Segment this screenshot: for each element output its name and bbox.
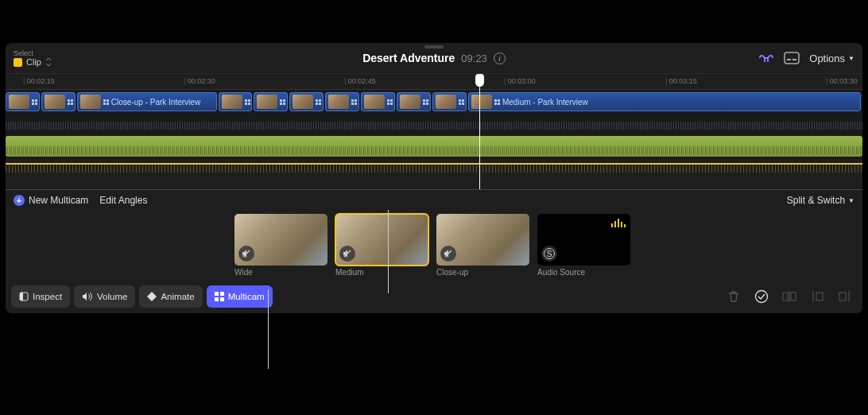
multicam-grid-icon [103, 99, 109, 105]
timeline-clip[interactable]: Cl [397, 92, 431, 111]
multicam-button[interactable]: Multicam [207, 285, 273, 308]
split-button[interactable] [777, 285, 801, 308]
timeline-ruler[interactable]: | 00:02:15| 00:02:30| 00:02:45| 00:03:00… [6, 74, 862, 90]
clip-thumbnail [293, 95, 313, 109]
svg-rect-13 [783, 293, 788, 301]
keyframe-icon [147, 292, 157, 301]
angle-thumbnail[interactable] [335, 214, 428, 266]
angle-thumbnail[interactable] [436, 214, 529, 266]
multicam-grid-icon [423, 99, 428, 105]
inspector-icon [19, 292, 29, 301]
ruler-tick: | 00:02:30 [184, 77, 215, 85]
clip-color-swatch [14, 58, 22, 67]
timeline-clip[interactable]: W [219, 92, 253, 111]
ruler-tick: | 00:03:30 [826, 77, 858, 85]
svg-rect-16 [816, 293, 823, 301]
clip-thumbnail [45, 95, 65, 109]
svg-rect-8 [215, 292, 219, 296]
multicam-angle: Medium [335, 214, 428, 277]
multicam-panel: + New Multicam Edit Angles Split & Switc… [6, 189, 862, 313]
project-title: Desert Adventure [362, 52, 455, 64]
clip-thumbnail [364, 95, 385, 109]
mute-icon [440, 246, 456, 262]
svg-rect-1 [787, 59, 791, 60]
select-label: Select [14, 49, 52, 57]
source-icon: S [541, 246, 557, 262]
checkmark-circle-icon [754, 289, 769, 304]
angle-thumbnail[interactable] [234, 214, 327, 266]
mute-icon [238, 246, 254, 262]
multicam-grid-icon [316, 99, 321, 105]
new-multicam-button[interactable]: + New Multicam [14, 195, 88, 206]
approve-button[interactable] [750, 285, 773, 308]
angle-label: Medium [335, 268, 428, 277]
clip-thumbnail [328, 95, 349, 109]
clip-selector[interactable]: Clip [14, 57, 52, 67]
animate-button[interactable]: Animate [139, 285, 202, 308]
captions-icon[interactable] [784, 52, 800, 64]
angle-thumbnail[interactable]: S [537, 214, 630, 266]
angle-label: Close-up [436, 268, 529, 277]
chevron-down-icon: ▼ [848, 197, 854, 204]
svg-rect-18 [839, 293, 846, 301]
multicam-grid-icon [459, 99, 464, 105]
up-down-chevron-icon [45, 58, 52, 66]
callout-line-angle [388, 210, 389, 293]
svg-rect-7 [20, 293, 23, 301]
clip-thumbnail [80, 95, 101, 109]
drag-handle[interactable] [424, 45, 444, 48]
multicam-angle: Wide [234, 214, 327, 277]
trim-start-button[interactable] [805, 285, 829, 308]
inspect-button[interactable]: Inspect [11, 285, 70, 308]
svg-rect-2 [792, 59, 796, 60]
timeline-clip[interactable]: Medium - Park Interview [468, 92, 861, 111]
grid-icon [215, 292, 224, 301]
audio-meter-icon [611, 219, 626, 227]
timeline-clip[interactable]: W [325, 92, 359, 111]
snap-icon[interactable] [758, 52, 774, 64]
multicam-grid-icon [68, 99, 73, 105]
info-icon[interactable]: i [494, 52, 506, 64]
options-button[interactable]: Options ▼ [809, 52, 854, 64]
speaker-icon [82, 292, 93, 301]
angle-label: Audio Source [537, 268, 630, 277]
multicam-angle: Close-up [436, 214, 529, 277]
volume-button[interactable]: Volume [74, 285, 135, 308]
svg-rect-10 [215, 297, 219, 301]
timeline-clip[interactable]: W [6, 92, 40, 111]
split-switch-button[interactable]: Split & Switch ▼ [787, 195, 854, 206]
trash-icon [727, 290, 740, 303]
svg-rect-14 [791, 293, 796, 301]
timeline-clip[interactable]: Close-up - Park Interview [77, 92, 217, 111]
audio-track[interactable] [6, 134, 862, 160]
multicam-grid-icon [245, 99, 250, 105]
delete-button[interactable] [722, 285, 746, 308]
multicam-grid-icon [351, 99, 357, 105]
edit-angles-button[interactable]: Edit Angles [99, 195, 147, 206]
clip-selector-label: Clip [26, 57, 41, 67]
video-track[interactable]: WCloClose-up - Park InterviewWWWWWClWMed… [6, 90, 862, 114]
trim-right-icon [838, 290, 852, 303]
clip-thumbnail [471, 95, 492, 109]
toolbar: Inspect Volume Animate Multicam [8, 282, 860, 311]
clip-thumbnail [9, 95, 29, 109]
clip-label: Medium - Park Interview [502, 98, 588, 107]
editor-header: Select Clip Desert Adventure 09:23 i Opt… [6, 43, 862, 74]
chevron-down-icon: ▼ [848, 55, 854, 62]
marker-waveform [6, 165, 862, 173]
timeline-clip[interactable]: Clo [41, 92, 76, 111]
trim-end-button[interactable] [833, 285, 857, 308]
multicam-grid-icon [280, 99, 285, 105]
svg-point-12 [756, 291, 768, 303]
callout-line-multicam [268, 289, 269, 369]
timeline-clip[interactable]: W [432, 92, 467, 111]
playhead-knob[interactable] [475, 74, 484, 87]
timeline-clip[interactable]: W [289, 92, 324, 111]
timeline-clip[interactable]: W [361, 92, 395, 111]
multicam-grid-icon [494, 99, 500, 105]
split-clip-icon [782, 290, 796, 303]
clip-thumbnail [257, 95, 277, 109]
timeline-clip[interactable]: W [254, 92, 288, 111]
svg-rect-0 [785, 52, 799, 64]
angle-label: Wide [234, 268, 327, 277]
